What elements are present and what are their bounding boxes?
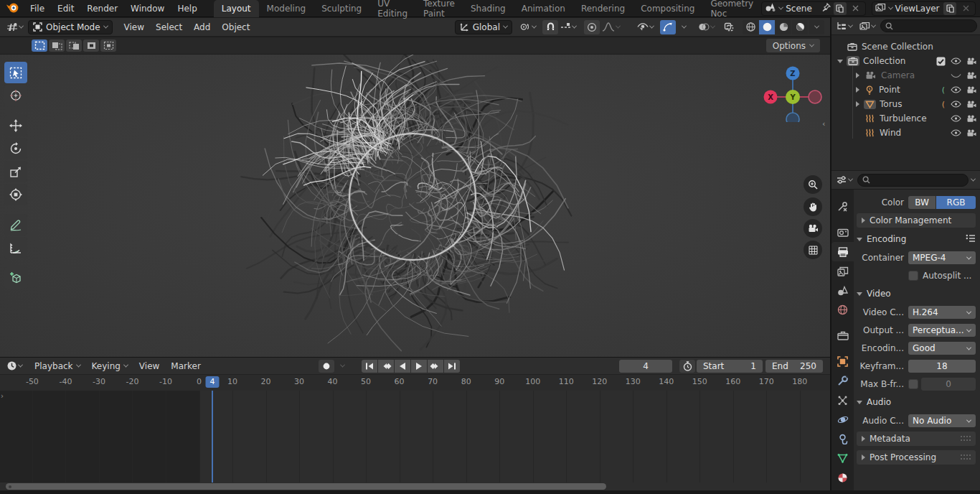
outliner-root-row[interactable]: Scene Collection (831, 39, 980, 54)
outliner-item-label[interactable]: Wind (880, 128, 951, 138)
view-layer-selector[interactable]: ViewLayer (872, 1, 976, 16)
properties-tab-world[interactable] (831, 300, 854, 320)
disclosure-triangle[interactable] (857, 292, 862, 296)
clock-icon[interactable] (4, 359, 24, 373)
eye-icon[interactable] (951, 129, 961, 136)
tab-uv-editing[interactable]: UV Editing (369, 0, 415, 17)
prop-max-b-fr-field[interactable]: 0 (921, 378, 976, 391)
option-bw[interactable]: BW (908, 196, 936, 209)
properties-tab-particles[interactable] (831, 391, 854, 410)
outliner-tree-icon[interactable] (834, 19, 854, 33)
prop-audio-subpanel-header[interactable]: Audio (857, 395, 976, 409)
eye-closed-icon[interactable] (951, 72, 961, 79)
solid-icon[interactable] (759, 20, 775, 34)
tab-shading[interactable]: Shading (463, 0, 514, 17)
prop-autosplit-checkbox[interactable] (908, 271, 918, 281)
zoom-icon[interactable] (804, 175, 822, 194)
eye-icon[interactable] (951, 101, 961, 108)
properties-tab-render[interactable] (831, 223, 854, 242)
tab-animation[interactable]: Animation (514, 0, 573, 17)
outliner-item-camera[interactable]: Camera (831, 68, 980, 83)
grip-icon[interactable] (961, 434, 971, 444)
viewport-3d[interactable]: Z X Y ‹ (0, 55, 830, 357)
properties-tab-view-layer[interactable] (831, 261, 854, 281)
cursor-tool[interactable] (4, 85, 27, 106)
stopwatch-icon[interactable] (679, 360, 695, 373)
outliner-item-point[interactable]: Point( (831, 83, 980, 97)
outliner-item-label[interactable]: Turbulence (880, 113, 951, 124)
pin-icon[interactable] (822, 3, 831, 14)
add-cube-tool[interactable] (4, 267, 27, 289)
scrollbar-thumb[interactable] (6, 483, 606, 490)
prop-keyfram-field[interactable]: 18 (908, 360, 976, 373)
gizmo-dropdown[interactable] (676, 20, 692, 34)
annotate-tool[interactable] (4, 214, 27, 236)
play-reverse-icon[interactable] (395, 360, 410, 373)
xray-toggle-button[interactable] (721, 20, 737, 34)
select-extend-icon[interactable] (49, 39, 65, 52)
end-frame-field[interactable]: End250 (765, 360, 823, 373)
sidebar-collapse-arrow[interactable]: ‹ (822, 119, 825, 129)
close-icon[interactable] (959, 2, 972, 15)
disclosure-triangle[interactable] (857, 238, 862, 241)
jump-end-icon[interactable] (444, 360, 460, 373)
grip-icon[interactable] (961, 452, 971, 462)
eye-icon[interactable] (951, 86, 961, 93)
select-subtract-icon[interactable] (66, 39, 82, 52)
editor-type-button[interactable] (4, 20, 25, 34)
menu-window[interactable]: Window (124, 0, 171, 17)
disclosure-triangle[interactable] (857, 401, 862, 404)
tab-sculpting[interactable]: Sculpting (314, 0, 369, 17)
current-frame-field[interactable]: 4 (619, 360, 672, 373)
prop-encodin-dropdown[interactable]: Good (908, 342, 976, 355)
camera-restrict-icon[interactable] (966, 72, 977, 80)
disclosure-triangle[interactable] (856, 87, 859, 93)
tab-rendering[interactable]: Rendering (573, 0, 633, 17)
scene-icon[interactable] (765, 2, 776, 14)
outliner-item-turbulence[interactable]: Turbulence (831, 111, 980, 126)
prop-metadata-panel[interactable]: Metadata (857, 432, 976, 446)
close-icon[interactable] (849, 2, 862, 15)
disclosure-triangle[interactable] (856, 101, 859, 107)
prop-video-c-dropdown[interactable]: H.264 (908, 306, 976, 319)
select-box-tool[interactable] (4, 62, 27, 83)
prop-container-dropdown[interactable]: MPEG-4 (908, 251, 976, 264)
properties-tab-constraints[interactable] (831, 429, 854, 449)
prop-color-management-panel[interactable]: Color Management (857, 213, 976, 228)
option-rgb[interactable]: RGB (936, 196, 976, 209)
ortho-grid-icon[interactable] (804, 241, 822, 259)
tab-compositing[interactable]: Compositing (633, 0, 702, 17)
camera-restrict-icon[interactable] (966, 86, 977, 94)
prop-post-processing-panel[interactable]: Post Processing (857, 450, 976, 465)
outliner-item-label[interactable]: Torus (880, 99, 942, 109)
properties-tab-scene[interactable] (831, 281, 854, 300)
menu-file[interactable]: File (24, 0, 51, 17)
timeline-menu-keying[interactable]: Keying (86, 357, 133, 376)
viewlayer-icon[interactable] (875, 3, 886, 14)
properties-search-input[interactable] (857, 174, 969, 187)
divider[interactable] (830, 17, 831, 494)
menu-render[interactable]: Render (80, 0, 124, 17)
move-tool[interactable] (4, 115, 27, 136)
options-button[interactable]: Options (766, 39, 820, 52)
next-keyframe-icon[interactable] (428, 360, 443, 373)
properties-tab-data[interactable] (831, 449, 854, 468)
material-icon[interactable] (776, 20, 791, 34)
prop-audio-c-dropdown[interactable]: No Audio (908, 414, 976, 427)
timeline-menu-view[interactable]: View (133, 357, 165, 376)
camera-restrict-icon[interactable] (966, 129, 977, 137)
timeline-menu-playback[interactable]: Playback (29, 357, 86, 376)
properties-tab-tool[interactable] (831, 197, 854, 216)
navigation-gizmo[interactable]: Z X Y (763, 60, 825, 122)
prop-output-dropdown[interactable]: Perceptua... (908, 324, 976, 337)
properties-tab-material[interactable] (831, 468, 854, 488)
rotate-tool[interactable] (4, 138, 27, 159)
viewlayer-name[interactable]: ViewLayer (895, 4, 941, 14)
collection-checkbox[interactable] (936, 57, 946, 66)
prop-video-subpanel-header[interactable]: Video (857, 286, 976, 301)
auto-key-record-button[interactable] (319, 360, 334, 373)
scale-tool[interactable] (4, 161, 27, 182)
channel-expand-arrow[interactable]: › (1, 392, 4, 400)
timeline-ruler[interactable]: 4 -50-40-30-20-1001020304050607080901001… (0, 375, 830, 391)
visibility-dropdown-button[interactable] (635, 20, 656, 34)
